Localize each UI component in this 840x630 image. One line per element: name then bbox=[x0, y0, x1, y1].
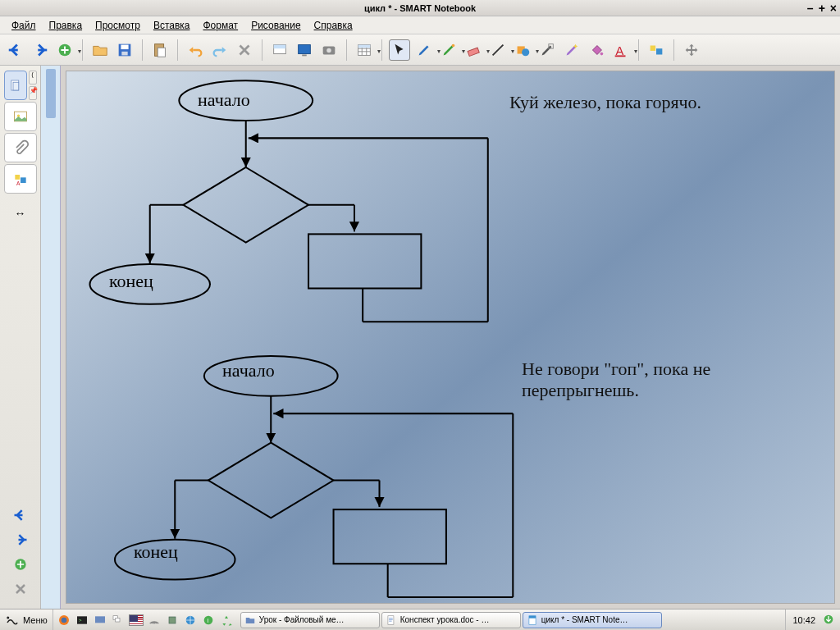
properties-button[interactable] bbox=[646, 39, 667, 61]
maximize-button[interactable]: + bbox=[819, 2, 825, 15]
svg-rect-13 bbox=[358, 44, 371, 48]
toolbar-move-button[interactable] bbox=[681, 39, 702, 61]
tray-globe-icon[interactable] bbox=[183, 613, 198, 628]
pen-tool-button[interactable]: ▾ bbox=[413, 39, 435, 61]
line-tool-button[interactable]: ▾ bbox=[487, 39, 509, 61]
tray-network-icon[interactable] bbox=[147, 613, 162, 628]
svg-rect-23 bbox=[651, 45, 655, 50]
shape-pen-button[interactable] bbox=[536, 39, 558, 61]
open-button[interactable] bbox=[89, 39, 111, 61]
table-button[interactable]: ▾ bbox=[354, 39, 375, 61]
prev-page-button[interactable] bbox=[10, 507, 31, 527]
start-menu-label: Меню bbox=[23, 615, 48, 625]
taskbar-app-filemanager-label: Урок - Файловый ме… bbox=[259, 615, 345, 624]
properties-tab[interactable]: A bbox=[4, 164, 37, 194]
minimize-button[interactable]: – bbox=[807, 2, 814, 15]
svg-text:>: > bbox=[79, 618, 82, 623]
flow1-start-label[interactable]: начало bbox=[198, 89, 250, 111]
side-panel: ⟨ 📌 A ↔ bbox=[0, 66, 41, 609]
flowchart-1[interactable] bbox=[66, 71, 834, 609]
creative-pen-button[interactable]: ▾ bbox=[438, 39, 459, 61]
page-strip-handle-icon[interactable] bbox=[46, 69, 56, 118]
menu-format[interactable]: Формат bbox=[196, 17, 244, 34]
undo-button[interactable] bbox=[185, 39, 206, 61]
svg-rect-5 bbox=[158, 48, 165, 57]
menu-help[interactable]: Справка bbox=[308, 17, 359, 34]
svg-text:A: A bbox=[16, 180, 21, 186]
svg-rect-15 bbox=[468, 48, 479, 56]
taskbar-app-smartnotebook[interactable]: цикл * - SMART Note… bbox=[523, 612, 662, 628]
svg-rect-30 bbox=[21, 177, 26, 183]
keyboard-layout-indicator[interactable] bbox=[129, 613, 144, 628]
taskbar-app-smartnotebook-label: цикл * - SMART Note… bbox=[541, 615, 628, 624]
main-toolbar: ▾ ▾ ▾ ▾ ▾ ▾ ▾ A▾ bbox=[0, 34, 840, 66]
canvas-area[interactable]: Куй железо, пока горячо. Не говори "гоп"… bbox=[61, 66, 840, 609]
svg-rect-2 bbox=[121, 44, 128, 49]
flow2-start-label[interactable]: начало bbox=[222, 360, 275, 381]
tray-info-icon[interactable]: i bbox=[201, 613, 216, 628]
tray-chip-icon[interactable] bbox=[165, 613, 180, 628]
tray-windows-icon[interactable] bbox=[111, 613, 126, 628]
svg-line-16 bbox=[493, 44, 504, 55]
redo-button[interactable] bbox=[209, 39, 231, 61]
screen-capture-button[interactable] bbox=[318, 39, 340, 61]
select-tool-button[interactable] bbox=[389, 39, 410, 61]
paste-button[interactable] bbox=[149, 39, 171, 61]
delete-button[interactable] bbox=[234, 39, 255, 61]
menu-edit[interactable]: Правка bbox=[43, 17, 89, 34]
svg-rect-3 bbox=[121, 51, 127, 55]
svg-rect-71 bbox=[529, 615, 536, 618]
attachments-tab[interactable] bbox=[4, 133, 37, 162]
taskbar-clock[interactable]: 10:42 bbox=[785, 609, 822, 630]
collapse-handle-icon[interactable]: ⟨ bbox=[29, 71, 37, 84]
svg-rect-26 bbox=[13, 82, 19, 90]
screen-shade-button[interactable] bbox=[269, 39, 290, 61]
eraser-button[interactable]: ▾ bbox=[463, 39, 484, 61]
folder-icon bbox=[244, 614, 256, 626]
shape-tool-button[interactable]: ▾ bbox=[512, 39, 533, 61]
tray-desktop-icon[interactable] bbox=[93, 613, 107, 628]
next-page-button[interactable] bbox=[10, 532, 31, 551]
pin-handle-icon[interactable]: 📌 bbox=[29, 86, 37, 100]
os-taskbar: Меню > i Урок - Файловый ме… Конспект ур… bbox=[0, 609, 840, 630]
tray-terminal-icon[interactable]: > bbox=[75, 613, 89, 628]
svg-rect-52 bbox=[334, 509, 446, 564]
add-page-button[interactable]: ▾ bbox=[54, 39, 75, 61]
show-desktop-button[interactable] bbox=[822, 613, 840, 628]
fill-button[interactable] bbox=[586, 39, 607, 61]
svg-rect-9 bbox=[302, 54, 307, 56]
taskbar-app-doc[interactable]: Конспект урока.doc - … bbox=[381, 612, 521, 628]
svg-point-14 bbox=[452, 43, 455, 47]
delete-page-side-button[interactable] bbox=[12, 581, 29, 600]
flow2-end-label[interactable]: конец bbox=[134, 541, 178, 563]
fullscreen-button[interactable] bbox=[294, 39, 315, 61]
taskbar-app-filemanager[interactable]: Урок - Файловый ме… bbox=[240, 612, 380, 628]
document-icon bbox=[386, 614, 397, 626]
save-button[interactable] bbox=[114, 39, 135, 61]
menu-file[interactable]: Файл bbox=[5, 17, 43, 34]
svg-text:A: A bbox=[616, 43, 624, 57]
svg-point-11 bbox=[326, 48, 331, 52]
back-button[interactable] bbox=[5, 39, 26, 61]
text-tool-button[interactable]: A▾ bbox=[610, 39, 632, 61]
flow1-end-label[interactable]: конец bbox=[109, 271, 153, 292]
svg-rect-29 bbox=[15, 175, 20, 180]
page-thumbnail-strip[interactable] bbox=[41, 66, 61, 609]
tray-recycle-icon[interactable] bbox=[219, 613, 234, 628]
menu-view[interactable]: Просмотр bbox=[89, 17, 147, 34]
us-flag-icon bbox=[129, 614, 144, 626]
page-sorter-tab[interactable] bbox=[4, 71, 27, 100]
start-logo-icon bbox=[5, 613, 20, 628]
tray-firefox-icon[interactable] bbox=[57, 613, 71, 628]
start-menu-button[interactable]: Меню bbox=[0, 609, 53, 630]
menu-draw[interactable]: Рисование bbox=[244, 17, 307, 34]
autohide-toggle-icon[interactable]: ↔ bbox=[15, 207, 26, 220]
add-page-side-button[interactable] bbox=[12, 556, 29, 576]
svg-rect-64 bbox=[115, 618, 119, 622]
svg-rect-8 bbox=[299, 44, 311, 53]
forward-button[interactable] bbox=[30, 39, 51, 61]
close-button[interactable]: × bbox=[830, 2, 837, 15]
menu-insert[interactable]: Вставка bbox=[147, 17, 197, 34]
magic-pen-button[interactable] bbox=[561, 39, 582, 61]
gallery-tab[interactable] bbox=[4, 102, 37, 131]
